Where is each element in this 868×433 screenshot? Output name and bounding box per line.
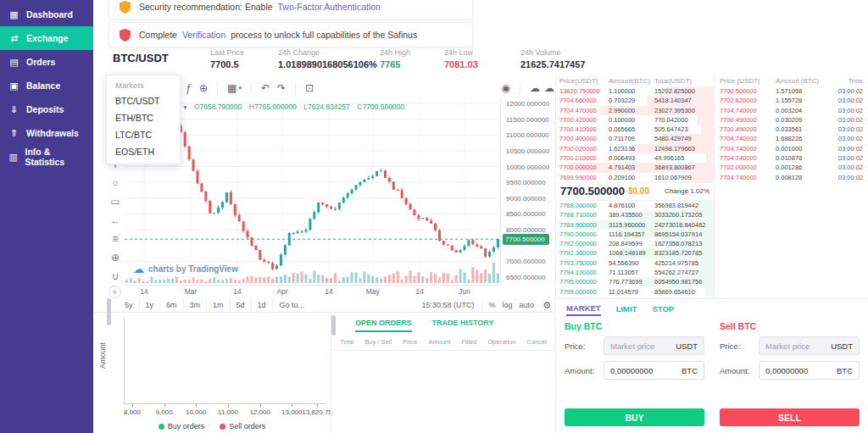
buy-order-row[interactable]: 7792.000000208.8495991627356.078213 <box>556 239 714 248</box>
sidebar-item-info-statistics[interactable]: ▥Info & Statistics <box>0 145 93 169</box>
measure-icon[interactable]: ▭ <box>106 192 125 211</box>
sell-order-row[interactable]: 7704.4700002.99000023027.395300 <box>556 106 714 115</box>
depth-plot[interactable] <box>124 318 326 404</box>
stat-value: 1.0189890168056106% <box>278 59 380 69</box>
interval-1m[interactable]: 1m <box>207 299 231 311</box>
sell-order-row[interactable]: 7699.9900000.2091001610.067909 <box>556 173 714 182</box>
tab-limit[interactable]: LIMIT <box>616 304 637 315</box>
compare-icon[interactable]: ⊕ <box>199 82 208 94</box>
indicators-icon[interactable]: ƒ <box>186 82 192 94</box>
gear-icon[interactable]: ⚙ <box>542 300 551 311</box>
cloud-upload-icon[interactable]: ☁↑ <box>544 82 551 94</box>
shapes-icon[interactable]: ○ <box>106 174 125 192</box>
fullscreen-icon[interactable]: ⊡ <box>305 82 314 94</box>
sell-order-row[interactable]: 7700.4200000.100000770.042000 <box>556 115 714 125</box>
tab-market[interactable]: MARKET <box>566 303 601 316</box>
interval-3m[interactable]: 3m <box>184 299 208 311</box>
redo-icon[interactable]: ↷ <box>277 82 286 94</box>
buy-amount-input[interactable] <box>604 366 676 375</box>
scrollbar-thumb[interactable] <box>331 315 336 336</box>
buy-order-row[interactable]: 7792.3600001068.1481898323185.720785 <box>556 248 714 258</box>
sell-amount-input[interactable] <box>760 366 831 375</box>
legend-item: Sell orders <box>220 422 265 430</box>
order-amount: 0.100000 <box>609 115 654 125</box>
sidebar-item-label: Withdrawals <box>26 128 79 138</box>
chart-top-toolbar: ▾⚙ƒ⊕▦▾↶↷⊡ ◉☁↓☁↑ <box>125 78 551 98</box>
tradingview-watermark[interactable]: ☁ charts by TradingView <box>133 263 238 275</box>
goto-button[interactable]: Go to... <box>280 301 305 309</box>
magnet-icon[interactable]: ∪ <box>106 267 125 286</box>
scale-button-log[interactable]: log <box>503 301 513 309</box>
interval-1d[interactable]: 1d <box>252 299 273 311</box>
arrow-glyph: ↓ <box>534 87 537 92</box>
scale-button-percent[interactable]: % <box>489 301 496 309</box>
order-total: 770.042000 <box>654 115 710 125</box>
pair-title[interactable]: BTC/USDT <box>113 52 169 64</box>
sidebar-item-deposits[interactable]: ⇓Deposits <box>0 97 93 121</box>
sell-button[interactable]: SELL <box>720 408 860 426</box>
market-option-eth-btc[interactable]: ETH/BTC <box>107 109 180 126</box>
zoom-in-icon[interactable]: ⊕ <box>106 248 125 267</box>
ohlc-open-value: 7658.790000 <box>200 103 242 111</box>
sell-price-field[interactable]: Market price USDT <box>759 336 860 355</box>
sidebar-item-dashboard[interactable]: ▦Dashboard <box>0 3 93 26</box>
arrow-tool-icon[interactable]: ← <box>106 211 125 230</box>
sidebar-item-orders[interactable]: ▤Orders <box>0 50 93 74</box>
sell-order-row[interactable]: 13820.7500001.10000015202.825000 <box>556 86 714 96</box>
order-amount: 776.773699 <box>609 277 654 286</box>
sell-order-row[interactable]: 7700.0000004.79140336893.800867 <box>556 163 714 172</box>
sell-order-row[interactable]: 7700.0100000.00649349.996165 <box>556 153 714 163</box>
market-stat-last-price: Last Price7700.5 <box>210 48 278 69</box>
order-price: 7699.990000 <box>559 173 609 182</box>
stat-label: 24h High <box>380 48 444 57</box>
scrollbar-thumb[interactable] <box>107 298 111 325</box>
verification-link[interactable]: Verification <box>182 30 225 40</box>
candlestick-chart[interactable] <box>125 99 500 284</box>
interval-5y[interactable]: 5y <box>119 299 140 311</box>
interval-5d[interactable]: 5d <box>231 299 252 311</box>
sidebar-item-exchange[interactable]: ⇄Exchange <box>0 26 93 50</box>
layout-grid-icon[interactable]: ▦▾ <box>227 82 242 94</box>
chevron-down-icon[interactable]: ▾ <box>184 104 187 110</box>
scale-button-auto[interactable]: auto <box>520 301 535 309</box>
sell-order-row[interactable]: 7700.4100000.065665505.647423 <box>556 125 714 134</box>
tab-stop[interactable]: STOP <box>652 304 674 315</box>
buy-order-row[interactable]: 7788.0000004.876100356983.819442 <box>556 201 714 210</box>
markets-dropdown-title: Markets <box>107 75 180 92</box>
buy-order-row[interactable]: 7788.710000389.4355003033200.173205 <box>556 210 714 219</box>
tab-open-orders[interactable]: OPEN ORDERS <box>355 319 412 332</box>
undo-icon[interactable]: ↶ <box>261 82 270 94</box>
market-option-ltc-btc[interactable]: LTC/BTC <box>107 126 180 143</box>
sidebar-item-balance[interactable]: ▣Balance <box>0 74 93 97</box>
sidebar-item-withdrawals[interactable]: ⇑Withdrawals <box>0 121 93 145</box>
buy-order-row[interactable]: 7793.75000054.556390425214.975785 <box>556 258 714 268</box>
chart-area[interactable]: BTC/USDT, D ▾ O7658.790000 H7765.000000 … <box>125 99 500 284</box>
trade-history-column-header: Time <box>825 77 863 85</box>
chart-time-axis[interactable]: 14Mar14Apr14May14Jun <box>125 285 500 296</box>
buy-order-row[interactable]: 7795.000000776.7736996054950.981756 <box>556 277 714 286</box>
buy-order-row[interactable]: 7799.00000011.01457985869.654610 <box>556 287 714 297</box>
market-option-btc-usdt[interactable]: BTC/USDT <box>107 92 180 109</box>
orders-column-header: Operation <box>488 338 516 346</box>
interval-6m[interactable]: 6m <box>160 299 184 311</box>
axis-tickmark <box>196 404 197 407</box>
order-price: 7789.900000 <box>559 220 609 230</box>
patterns-icon[interactable]: ≡ <box>106 230 125 248</box>
cloud-download-icon[interactable]: ☁↓ <box>530 82 537 94</box>
buy-order-row[interactable]: 7794.10000071.113057554262.274727 <box>556 268 714 277</box>
tab-trade-history[interactable]: TRADE HISTORY <box>432 319 494 332</box>
sell-order-row[interactable]: 7700.4000000.7117095480.429749 <box>556 134 714 143</box>
buy-order-row[interactable]: 7790.0000001116.1943578695154.037914 <box>556 230 714 239</box>
chart-price-axis[interactable]: 7700.500000 12000.00000011500.0000001100… <box>500 99 551 284</box>
sell-order-row[interactable]: 7704.6600000.7032295418.140347 <box>556 96 714 105</box>
buy-order-row[interactable]: 7789.9000003115.96000024273016.840462 <box>556 220 714 230</box>
trade-price: 7704.740000 <box>720 134 776 143</box>
order-book-panel: Price(USDT)Amount(BTC)Total(USDT) 13820.… <box>555 75 714 298</box>
buy-button[interactable]: BUY <box>565 408 704 426</box>
camera-icon[interactable]: ◉ <box>502 82 510 94</box>
sell-order-row[interactable]: 7700.0200001.62313612498.179663 <box>556 144 714 153</box>
market-option-eos-eth[interactable]: EOS/ETH <box>107 143 180 160</box>
interval-1y[interactable]: 1y <box>140 299 161 311</box>
two-factor-link[interactable]: Two-Factor Authentication <box>278 2 381 12</box>
buy-price-field[interactable]: Market price USDT <box>604 336 704 355</box>
